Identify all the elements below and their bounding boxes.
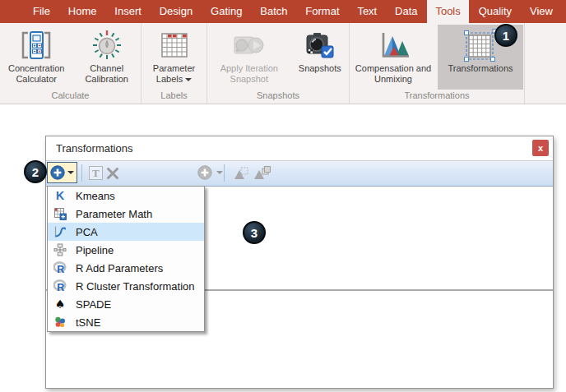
tab-file[interactable]: File — [25, 0, 58, 23]
add-transformation-menu: K Kmeans Parameter Math PCA — [47, 186, 205, 332]
snapshot-image-button-disabled — [233, 166, 249, 181]
menu-item-label: PCA — [76, 226, 98, 238]
ribbon-group-snapshots: Apply Iteration Snapshot Snapshots — [207, 23, 350, 104]
add-icon — [50, 165, 65, 180]
snapshots-icon — [306, 27, 334, 63]
group-label-snapshots: Snapshots — [207, 90, 349, 104]
tab-insert[interactable]: Insert — [106, 0, 150, 23]
snapshots-label: Snapshots — [299, 63, 341, 74]
channel-calibration-button[interactable]: Channel Calibration — [73, 25, 140, 90]
dialog-title-bar[interactable]: Transformations x — [46, 136, 553, 161]
compensation-unmixing-button[interactable]: Compensation and Unmixing — [350, 25, 436, 90]
toolbar-separator — [81, 164, 82, 182]
tsne-icon — [52, 316, 68, 329]
ribbon-group-labels: Parameter Labels Labels — [142, 23, 207, 104]
ribbon-filler — [525, 23, 566, 104]
svg-text:R: R — [57, 264, 64, 274]
add-dropdown-caret-icon[interactable] — [67, 171, 74, 174]
text-tool-icon: T — [89, 166, 103, 180]
transformations-icon — [463, 27, 498, 63]
menu-item-label: Kmeans — [76, 190, 115, 202]
menu-item-label: tSNE — [76, 316, 100, 329]
transformations-label: Transformations — [448, 63, 513, 74]
dropdown-caret-icon — [185, 78, 192, 81]
r-logo-icon: R — [52, 279, 68, 293]
apply-iteration-snapshot-button: Apply Iteration Snapshot — [208, 25, 290, 90]
rename-transformation-button: T — [89, 166, 103, 180]
step-badge-1: 1 — [494, 24, 517, 47]
spade-icon: ♠ — [52, 297, 68, 311]
menu-item-parameter-math[interactable]: Parameter Math — [48, 205, 204, 223]
channel-calibration-icon — [90, 27, 123, 63]
toolbar-separator — [224, 164, 225, 182]
menu-item-label: Parameter Math — [76, 208, 152, 220]
tab-data[interactable]: Data — [387, 0, 425, 23]
group-label-calculate: Calculate — [0, 90, 141, 104]
apply-iteration-snapshot-label: Apply Iteration Snapshot — [211, 63, 288, 85]
ribbon-tab-bar: File Home Insert Design Gating Batch For… — [0, 0, 566, 23]
snapshots-button[interactable]: Snapshots — [292, 25, 348, 90]
add-disabled-caret-icon — [216, 171, 223, 174]
parameter-labels-icon — [160, 27, 188, 63]
tab-quality[interactable]: Quality — [471, 0, 520, 23]
menu-item-pca[interactable]: PCA — [48, 223, 204, 241]
svg-text:R: R — [57, 282, 64, 293]
dialog-title: Transformations — [56, 142, 132, 154]
menu-item-label: R Add Parameters — [76, 262, 163, 274]
parameter-math-icon — [52, 207, 68, 220]
menu-item-kmeans[interactable]: K Kmeans — [48, 187, 204, 205]
ribbon-body: Concentration Calculator — [0, 23, 566, 104]
group-label-labels: Labels — [142, 90, 206, 104]
kmeans-icon: K — [52, 189, 68, 202]
tab-view[interactable]: View — [522, 0, 561, 23]
tab-text[interactable]: Text — [349, 0, 385, 23]
step-badge-2: 2 — [24, 160, 47, 183]
pca-icon — [52, 225, 68, 238]
dialog-toolbar: T — [46, 161, 553, 187]
group-label-transformations: Transformations — [350, 90, 524, 104]
menu-item-spade[interactable]: ♠ SPADE — [48, 295, 204, 313]
dialog-close-button[interactable]: x — [532, 140, 549, 156]
menu-item-tsne[interactable]: tSNE — [48, 313, 204, 331]
add-disabled-icon — [197, 165, 212, 180]
compensation-unmixing-icon — [375, 27, 411, 63]
tab-design[interactable]: Design — [151, 0, 201, 23]
delete-transformation-button — [106, 167, 119, 180]
delete-x-icon — [106, 167, 119, 180]
add-transformation-button[interactable] — [47, 162, 77, 183]
menu-item-pipeline[interactable]: Pipeline — [48, 241, 204, 259]
add-parameter-button-disabled — [197, 165, 223, 180]
menu-item-label: SPADE — [76, 298, 111, 311]
channel-calibration-label: Channel Calibration — [76, 63, 137, 85]
concentration-calculator-label: Concentration Calculator — [3, 63, 69, 85]
parameter-labels-button[interactable]: Parameter Labels — [142, 25, 206, 90]
concentration-calculator-button[interactable]: Concentration Calculator — [1, 25, 72, 90]
tab-format[interactable]: Format — [297, 0, 347, 23]
r-logo-icon: R — [52, 261, 68, 274]
menu-item-r-add-parameters[interactable]: R R Add Parameters — [48, 259, 204, 277]
parameter-labels-label: Parameter Labels — [145, 63, 203, 85]
image-select-icon — [233, 166, 249, 181]
tab-gating[interactable]: Gating — [202, 0, 250, 23]
menu-item-label: Pipeline — [76, 244, 114, 256]
step-badge-3: 3 — [243, 221, 266, 244]
tab-home[interactable]: Home — [60, 0, 105, 23]
tab-batch[interactable]: Batch — [252, 0, 295, 23]
menu-item-r-cluster-transformation[interactable]: R R Cluster Transformation — [48, 277, 204, 295]
menu-item-label: R Cluster Transformation — [76, 280, 195, 293]
pipeline-icon — [52, 243, 68, 256]
concentration-calculator-icon — [18, 27, 54, 63]
tab-tools[interactable]: Tools — [427, 0, 468, 23]
image-copy-icon — [253, 165, 271, 181]
ribbon-group-calculate: Concentration Calculator — [0, 23, 142, 104]
compensation-unmixing-label: Compensation and Unmixing — [353, 63, 434, 85]
copy-image-button-disabled — [253, 165, 271, 181]
apply-iteration-snapshot-icon — [234, 27, 265, 63]
